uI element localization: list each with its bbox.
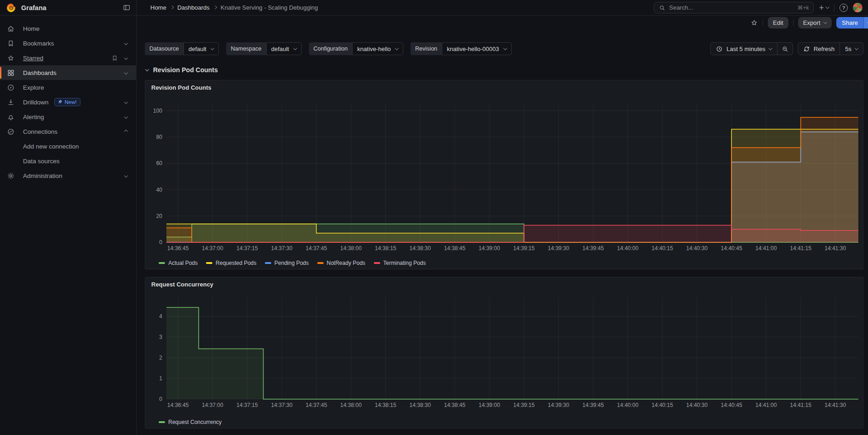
sidebar-item-administration[interactable]: Administration — [0, 168, 136, 183]
sidebar-item-add-new-connection[interactable]: Add new connection — [0, 139, 136, 154]
sidebar-item-dashboards[interactable]: Dashboards — [0, 65, 136, 80]
series-line-Request Concurrency — [166, 308, 858, 400]
share-split-button: Share — [836, 17, 868, 29]
revision-pod-counts-chart[interactable]: 02040608010014:36:4514:37:0014:37:1514:3… — [145, 94, 863, 257]
refresh-interval-picker[interactable]: 5s — [839, 43, 863, 55]
x-tick-label: 14:40:30 — [686, 245, 708, 252]
search-input[interactable]: Search... ⌘+k — [654, 2, 814, 13]
plus-icon: + — [819, 4, 824, 12]
chevron-down-icon[interactable] — [124, 41, 128, 45]
chevron-up-icon[interactable] — [124, 130, 128, 133]
grafana-logo-icon[interactable] — [6, 3, 16, 13]
x-tick-label: 14:38:45 — [444, 402, 466, 408]
brand-name: Grafana — [21, 4, 46, 11]
breadcrumb-home[interactable]: Home — [150, 4, 166, 11]
sidebar-item-starred[interactable]: Starred — [0, 51, 136, 65]
sidebar-item-home[interactable]: Home — [0, 21, 136, 36]
x-tick-label: 14:37:45 — [306, 402, 327, 408]
x-tick-label: 14:39:30 — [548, 402, 569, 408]
refresh-button[interactable]: Refresh — [798, 43, 840, 55]
refresh-icon — [803, 46, 810, 52]
x-tick-label: 14:38:00 — [340, 245, 362, 252]
search-shortcut: ⌘+k — [797, 5, 809, 11]
avatar[interactable] — [853, 3, 862, 12]
share-button[interactable]: Share — [836, 17, 863, 29]
variable-label: Namespace — [226, 42, 266, 55]
series-fill-Request Concurrency — [166, 308, 858, 400]
variable-value-dropdown[interactable]: knative-hello — [352, 42, 403, 55]
legend-item[interactable]: Actual Pods — [159, 260, 198, 266]
edit-button[interactable]: Edit — [768, 17, 788, 29]
chevron-down-icon[interactable] — [124, 100, 128, 104]
y-tick-label: 100 — [153, 108, 162, 114]
y-tick-label: 0 — [159, 396, 162, 402]
zoom-out-icon — [782, 46, 788, 52]
panel-title[interactable]: Request Concurrency — [145, 277, 863, 291]
sidebar-item-bookmarks[interactable]: Bookmarks — [0, 36, 136, 51]
variable-value-dropdown[interactable]: knative-hello-00003 — [442, 42, 511, 55]
breadcrumb-dashboards[interactable]: Dashboards — [177, 4, 210, 11]
y-tick-label: 1 — [159, 375, 162, 382]
top-nav-left: Grafana — [0, 0, 137, 15]
bookmark-icon — [7, 40, 15, 47]
sidebar-item-data-sources[interactable]: Data sources — [0, 154, 136, 168]
chevron-down-icon[interactable] — [124, 71, 128, 74]
search-placeholder: Search... — [669, 4, 693, 11]
chevron-right-icon — [213, 5, 217, 9]
legend-swatch — [265, 262, 271, 264]
legend-swatch — [206, 262, 212, 264]
legend-swatch — [374, 262, 380, 264]
legend-item[interactable]: NotReady Pods — [317, 260, 365, 266]
x-tick-label: 14:41:00 — [755, 402, 777, 408]
sidebar-item-label: Bookmarks — [23, 40, 54, 47]
export-button[interactable]: Export — [798, 17, 832, 29]
y-tick-label: 2 — [159, 355, 162, 361]
x-tick-label: 14:38:30 — [409, 245, 431, 252]
y-tick-label: 80 — [156, 134, 163, 140]
clock-icon — [716, 46, 723, 52]
y-tick-label: 40 — [156, 187, 163, 193]
share-menu-button[interactable] — [863, 17, 868, 29]
legend-item[interactable]: Request Concurrency — [159, 419, 222, 425]
request-concurrency-chart[interactable]: 0123414:36:4514:37:0014:37:1514:37:3014:… — [145, 291, 863, 416]
star-dashboard-icon[interactable] — [750, 19, 758, 27]
sidebar-item-alerting[interactable]: Alerting — [0, 109, 136, 124]
legend-item[interactable]: Terminating Pods — [374, 260, 426, 266]
variable-label: Revision — [411, 42, 442, 55]
variable-value-dropdown[interactable]: default — [266, 42, 302, 55]
variable-value-dropdown[interactable]: default — [183, 42, 219, 55]
chevron-down-icon[interactable] — [124, 174, 128, 177]
plug-icon — [7, 128, 15, 136]
sidebar: Home Bookmarks Starred Dashboards Explor… — [0, 16, 137, 435]
chevron-down-icon[interactable] — [124, 115, 128, 119]
add-new-button[interactable]: + — [819, 4, 829, 12]
time-range-picker[interactable]: Last 5 minutes — [711, 43, 777, 55]
x-tick-label: 14:37:45 — [306, 245, 327, 252]
chevron-down-icon — [211, 46, 214, 50]
legend-swatch — [159, 421, 165, 423]
sidebar-item-drilldown[interactable]: Drilldown New! — [0, 95, 136, 109]
panel-title[interactable]: Revision Pod Counts — [145, 80, 863, 94]
zoom-out-time-range-button[interactable] — [777, 43, 793, 55]
x-tick-label: 14:40:45 — [721, 402, 742, 408]
sidebar-item-label: Connections — [23, 128, 57, 135]
x-tick-label: 14:41:15 — [790, 402, 811, 408]
save-bookmark-icon[interactable] — [111, 55, 118, 62]
active-accent-bar — [0, 67, 1, 79]
x-tick-label: 14:41:30 — [824, 402, 846, 408]
sidebar-item-label: Administration — [23, 172, 63, 179]
legend-item[interactable]: Pending Pods — [265, 260, 309, 266]
grafana-app: Grafana Home Dashboards Knative Serving … — [0, 0, 868, 435]
chevron-down-icon[interactable] — [124, 56, 128, 60]
x-tick-label: 14:41:30 — [824, 245, 846, 252]
dock-menu-icon[interactable] — [123, 4, 131, 11]
x-tick-label: 14:37:30 — [271, 245, 292, 252]
sidebar-item-explore[interactable]: Explore — [0, 80, 136, 95]
x-tick-label: 14:38:45 — [444, 245, 466, 252]
help-icon[interactable]: ? — [839, 4, 848, 12]
sidebar-item-label: Dashboards — [23, 69, 57, 76]
legend-item[interactable]: Requested Pods — [206, 260, 257, 266]
row-revision-pod-counts[interactable]: Revision Pod Counts — [146, 64, 863, 75]
sidebar-item-connections[interactable]: Connections — [0, 124, 136, 139]
time-controls: Last 5 minutes Refresh 5s — [710, 42, 868, 55]
